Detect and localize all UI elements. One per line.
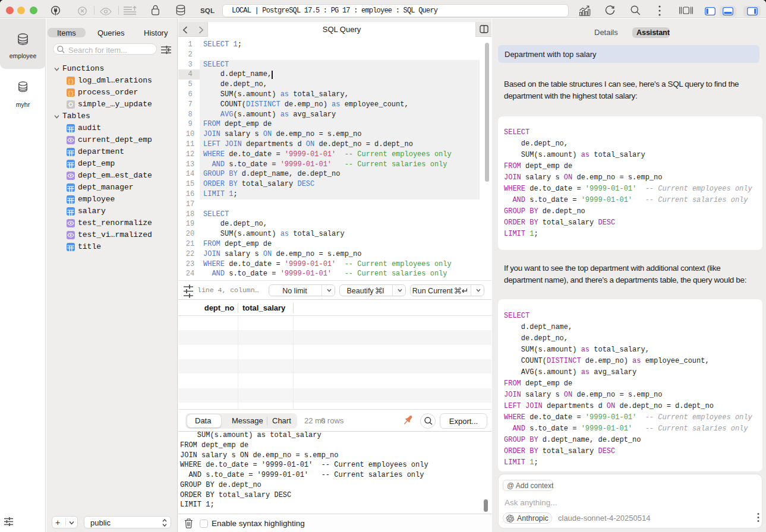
svg-text:{}: {} [68,79,74,85]
svg-text:{}: {} [68,91,74,97]
